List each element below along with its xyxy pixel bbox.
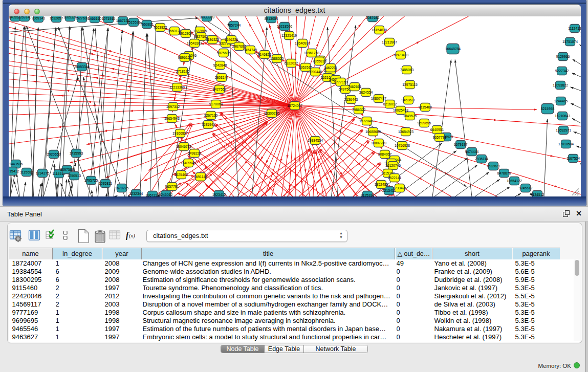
svg-text:8367232: 8367232 (145, 193, 159, 196)
svg-text:9463627: 9463627 (401, 98, 415, 102)
svg-text:2020653: 2020653 (47, 152, 60, 156)
svg-text:1849575: 1849575 (403, 114, 417, 118)
svg-text:12213369: 12213369 (169, 85, 184, 89)
svg-text:6466160: 6466160 (88, 17, 101, 20)
svg-text:2935114: 2935114 (475, 157, 488, 161)
svg-text:1115682: 1115682 (20, 170, 33, 174)
svg-text:18640910: 18640910 (294, 41, 310, 45)
svg-text:16648784: 16648784 (445, 47, 460, 51)
svg-text:1588520: 1588520 (270, 57, 284, 60)
svg-text:8427552: 8427552 (212, 87, 226, 91)
svg-text:1250513: 1250513 (67, 174, 81, 178)
svg-text:2522141: 2522141 (387, 176, 401, 180)
svg-text:9129966: 9129966 (556, 55, 570, 58)
svg-text:8454749: 8454749 (243, 48, 257, 52)
svg-text:7535941: 7535941 (201, 123, 215, 126)
svg-text:25053346: 25053346 (74, 65, 89, 69)
svg-text:2718176: 2718176 (176, 70, 189, 73)
svg-text:10756928: 10756928 (394, 144, 409, 147)
svg-text:1678275: 1678275 (115, 186, 128, 190)
svg-text:1527602: 1527602 (75, 16, 89, 20)
svg-text:7485063: 7485063 (400, 68, 413, 72)
svg-text:18807249: 18807249 (371, 141, 386, 145)
svg-text:10688609: 10688609 (365, 130, 380, 134)
svg-text:1112413: 1112413 (568, 27, 581, 30)
svg-text:(x): (x) (129, 233, 135, 239)
svg-text:1443506: 1443506 (9, 162, 23, 166)
svg-text:16409948: 16409948 (180, 161, 195, 165)
svg-text:19654943: 19654943 (164, 117, 179, 120)
svg-text:8990448: 8990448 (308, 70, 322, 74)
svg-text:16154838: 16154838 (371, 28, 386, 32)
svg-text:8478676: 8478676 (497, 171, 511, 175)
svg-text:10543362: 10543362 (186, 41, 202, 45)
svg-text:9777169: 9777169 (334, 80, 347, 84)
svg-text:12093822: 12093822 (552, 83, 568, 87)
svg-text:5875685: 5875685 (216, 51, 230, 55)
svg-text:1546221: 1546221 (224, 38, 238, 41)
svg-text:2803144: 2803144 (214, 76, 228, 79)
svg-text:1097312: 1097312 (166, 105, 180, 108)
svg-text:3498222: 3498222 (187, 151, 201, 155)
svg-text:16046738: 16046738 (176, 145, 191, 148)
svg-text:9657791: 9657791 (432, 136, 446, 139)
svg-text:18300295: 18300295 (264, 112, 279, 115)
svg-text:8186323: 8186323 (205, 38, 219, 41)
svg-text:15751074: 15751074 (562, 40, 577, 43)
svg-text:1167534: 1167534 (567, 157, 580, 160)
svg-text:1923412: 1923412 (212, 193, 226, 196)
svg-text:8215958: 8215958 (540, 107, 554, 111)
svg-text:1462211: 1462211 (324, 66, 337, 70)
svg-text:3267130: 3267130 (204, 114, 217, 117)
svg-text:10961758: 10961758 (303, 51, 319, 55)
svg-text:6322037: 6322037 (284, 61, 298, 65)
svg-text:1071915: 1071915 (101, 17, 115, 20)
svg-text:8125331: 8125331 (360, 193, 374, 196)
svg-text:7462661: 7462661 (347, 85, 361, 89)
svg-text:6440951: 6440951 (430, 128, 444, 132)
svg-text:17010504: 17010504 (558, 142, 573, 146)
svg-text:7857244: 7857244 (227, 24, 241, 27)
svg-text:12325419: 12325419 (281, 34, 296, 37)
svg-text:2087682: 2087682 (365, 16, 379, 19)
svg-text:7663821: 7663821 (140, 23, 154, 26)
svg-text:9170064: 9170064 (209, 102, 223, 106)
svg-text:1632657: 1632657 (49, 16, 63, 20)
svg-text:19218506: 19218506 (276, 25, 292, 28)
svg-text:1795725: 1795725 (84, 179, 98, 182)
svg-text:1691144: 1691144 (194, 175, 207, 179)
svg-text:1232344: 1232344 (129, 192, 143, 195)
svg-text:16033809: 16033809 (199, 16, 214, 19)
svg-text:3624554: 3624554 (359, 91, 373, 94)
svg-text:9242848: 9242848 (213, 63, 227, 67)
svg-text:10807487: 10807487 (371, 97, 386, 100)
svg-text:6679197: 6679197 (453, 143, 467, 146)
svg-text:9699695: 9699695 (417, 121, 431, 125)
svg-text:9657791: 9657791 (165, 185, 179, 188)
svg-text:19166827: 19166827 (172, 132, 187, 135)
svg-text:16210643: 16210643 (554, 114, 570, 118)
svg-text:7955812: 7955812 (312, 59, 326, 63)
svg-text:1735993: 1735993 (69, 151, 83, 155)
svg-text:1095811: 1095811 (99, 182, 112, 185)
svg-text:9084067: 9084067 (378, 152, 391, 156)
svg-text:7625402: 7625402 (174, 173, 188, 177)
svg-text:10973493: 10973493 (393, 53, 408, 57)
svg-text:19384554: 19384554 (307, 139, 322, 142)
svg-text:9115460: 9115460 (419, 105, 432, 109)
svg-text:9227342: 9227342 (555, 69, 569, 73)
svg-text:1362615: 1362615 (298, 65, 312, 69)
svg-text:7632621: 7632621 (486, 164, 500, 168)
svg-text:2967608: 2967608 (232, 45, 246, 48)
svg-text:9896122: 9896122 (178, 56, 191, 59)
svg-text:3915412: 3915412 (9, 169, 19, 173)
svg-text:7986322: 7986322 (352, 108, 365, 112)
svg-text:1733426: 1733426 (393, 186, 406, 190)
svg-text:2136443: 2136443 (344, 98, 358, 101)
svg-text:6216012: 6216012 (383, 102, 397, 106)
svg-text:9146821: 9146821 (257, 53, 271, 56)
svg-text:13692971: 13692971 (555, 128, 571, 132)
svg-text:9245612: 9245612 (518, 186, 532, 190)
svg-text:16120746: 16120746 (385, 164, 400, 167)
svg-text:2069141: 2069141 (31, 16, 45, 20)
